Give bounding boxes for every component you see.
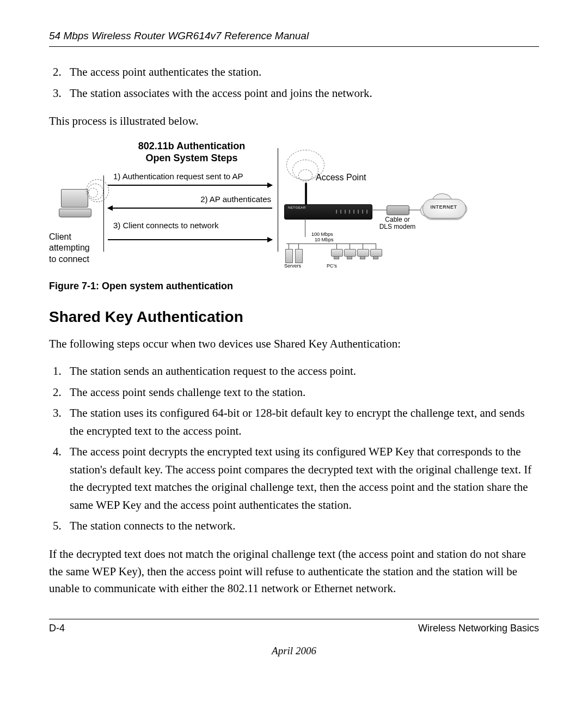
figure-caption: Figure 7-1: Open system authentication bbox=[49, 281, 539, 292]
list-item: The access point decrypts the encrypted … bbox=[64, 443, 539, 514]
access-point-label: Access Point bbox=[316, 173, 366, 182]
wifi-waves-icon bbox=[88, 179, 115, 206]
arrow-right-icon bbox=[108, 185, 272, 186]
modem-label-l1: Cable or bbox=[385, 216, 409, 223]
cable-icon bbox=[371, 210, 387, 210]
page-number: D-4 bbox=[49, 623, 65, 634]
footer-date: April 2006 bbox=[49, 645, 539, 657]
figure-step-1: 1) Authentication request sent to AP bbox=[113, 172, 277, 181]
steps-ordered-list: The station sends an authentication requ… bbox=[49, 362, 539, 535]
net-line bbox=[363, 244, 363, 249]
pcs-label: PC's bbox=[327, 263, 337, 269]
pc-icon bbox=[370, 249, 381, 258]
internet-cloud-icon: INTERNET bbox=[419, 192, 468, 223]
server-icon bbox=[285, 249, 293, 263]
footer-section-title: Wireless Networking Basics bbox=[418, 623, 539, 634]
figure-step-2: 2) AP authenticates bbox=[113, 194, 271, 204]
section-heading: Shared Key Authentication bbox=[49, 308, 539, 326]
footer-rule bbox=[49, 619, 539, 619]
list-item: The access point authenticates the stati… bbox=[64, 63, 539, 81]
antenna-icon bbox=[305, 182, 307, 205]
client-label: Client attempting to connect bbox=[49, 232, 109, 265]
intro-ordered-list: The access point authenticates the stati… bbox=[49, 63, 539, 102]
pc-icon bbox=[344, 249, 355, 258]
net-line bbox=[376, 244, 376, 249]
figure-title-line2: Open System Steps bbox=[145, 153, 237, 163]
router-icon bbox=[284, 204, 372, 220]
figure-title: 802.11b Authentication Open System Steps bbox=[110, 140, 273, 165]
servers-label: Servers bbox=[284, 263, 301, 269]
arrow-left-icon bbox=[108, 208, 272, 209]
figure-title-line1: 802.11b Authentication bbox=[138, 141, 245, 151]
net-line bbox=[289, 244, 289, 249]
client-label-l1: Client bbox=[49, 232, 71, 241]
figure-divider bbox=[278, 148, 278, 252]
list-item: The station sends an authentication requ… bbox=[64, 362, 539, 380]
page-footer: D-4 Wireless Networking Basics April 200… bbox=[49, 619, 539, 657]
net-line bbox=[305, 218, 305, 237]
internet-label: INTERNET bbox=[419, 204, 468, 210]
net-speed-10: 10 Mbps bbox=[315, 237, 334, 242]
page: 54 Mbps Wireless Router WGR614v7 Referen… bbox=[0, 0, 588, 706]
figure-step-3: 3) Client connects to network bbox=[113, 221, 271, 230]
net-line bbox=[336, 244, 337, 249]
client-label-l3: to connect bbox=[49, 254, 89, 264]
pc-icon bbox=[357, 249, 368, 258]
modem-label-l2: DLS modem bbox=[379, 223, 416, 230]
list-item: The station connects to the network. bbox=[64, 517, 539, 535]
modem-label: Cable or DLS modem bbox=[378, 216, 416, 232]
net-line bbox=[298, 244, 299, 249]
net-speed-100: 100 Mbps bbox=[311, 232, 333, 237]
list-item: The station associates with the access p… bbox=[64, 84, 539, 102]
figure-open-system-auth: 802.11b Authentication Open System Steps… bbox=[49, 140, 468, 271]
server-icon bbox=[295, 249, 303, 263]
closing-paragraph: If the decrypted text does not match the… bbox=[49, 546, 539, 598]
net-line bbox=[350, 244, 350, 249]
client-label-l2: attempting bbox=[49, 243, 90, 252]
list-item: The access point sends challenge text to… bbox=[64, 384, 539, 401]
pc-icon bbox=[331, 249, 342, 258]
arrow-right-icon bbox=[108, 239, 272, 240]
modem-icon bbox=[387, 205, 409, 215]
intro-paragraph: This process is illustrated below. bbox=[49, 113, 539, 130]
section-intro: The following steps occur when two devic… bbox=[49, 336, 539, 353]
list-item: The station uses its configured 64-bit o… bbox=[64, 404, 539, 440]
running-header: 54 Mbps Wireless Router WGR614v7 Referen… bbox=[49, 30, 539, 47]
